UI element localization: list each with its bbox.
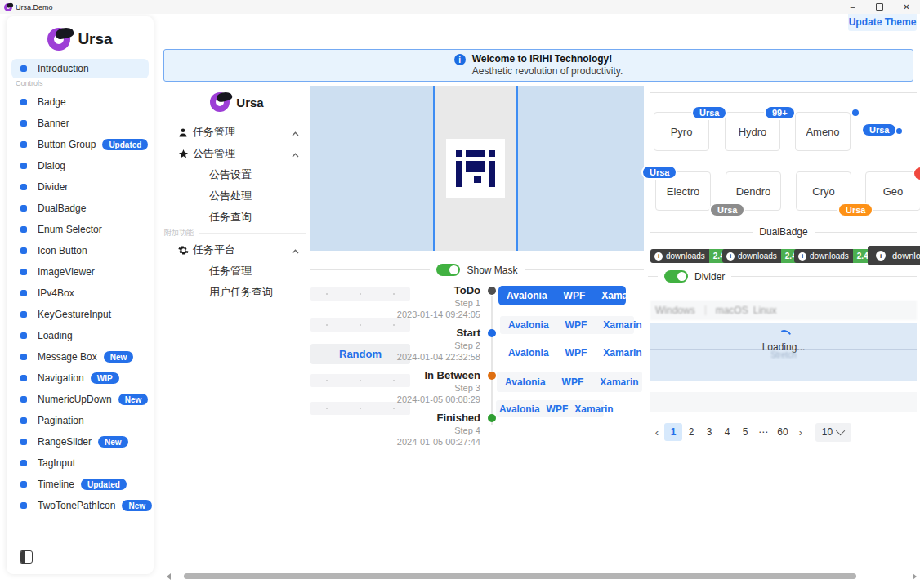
sidebar-item-label: Pagination <box>38 415 84 426</box>
group-button[interactable]: Xamarin <box>593 290 648 301</box>
group-button[interactable]: Avalonia <box>500 347 557 359</box>
menu-separator: 附加功能 <box>164 228 306 238</box>
page-button[interactable]: 3 <box>700 423 718 441</box>
status-badge: WIP <box>91 372 119 384</box>
show-mask-toggle[interactable] <box>436 264 460 276</box>
next-page-icon[interactable]: › <box>793 426 808 439</box>
bullet-icon <box>20 226 27 233</box>
sidebar-item[interactable]: Badge <box>11 91 152 113</box>
app-window: { "window": {"title": "Ursa.Demo", "mini… <box>0 0 920 588</box>
horizontal-scrollbar[interactable] <box>160 571 920 581</box>
minimize-button[interactable]: – <box>839 0 866 14</box>
sidebar-item[interactable]: KeyGestureInput <box>11 304 152 325</box>
menu-logo: Ursa <box>163 92 310 112</box>
menu-group-task-mgmt[interactable]: 任务管理 <box>163 122 310 143</box>
page-size-dropdown[interactable]: 10 <box>815 423 851 442</box>
titlebar: Ursa.Demo – ✕ <box>0 0 920 14</box>
dualbadge: idownloads 2.4k <box>794 249 877 263</box>
sidebar-item[interactable]: DualBadge <box>11 198 152 219</box>
page-button[interactable]: 1 <box>664 423 682 441</box>
page-button[interactable]: 2 <box>682 423 700 441</box>
sidebar-item-label: Dialog <box>38 160 65 172</box>
bullet-icon <box>20 141 27 148</box>
maximize-button[interactable] <box>866 0 893 14</box>
sidebar-item[interactable]: Icon Button <box>11 240 152 261</box>
chevron-down-icon <box>836 426 845 435</box>
sidebar-item[interactable]: IPv4Box <box>11 283 152 304</box>
image-viewer[interactable] <box>310 86 644 251</box>
menu-group-task-platform[interactable]: 任务平台 <box>163 239 310 261</box>
sidebar-item[interactable]: Button Group Updated <box>11 134 152 155</box>
divider-toggle[interactable] <box>664 270 688 283</box>
group-button[interactable]: Xamarin <box>592 376 646 388</box>
sidebar-item-introduction[interactable]: Introduction <box>11 59 149 78</box>
group-button[interactable]: Avalonia <box>496 403 543 415</box>
chevron-up-icon <box>292 148 299 160</box>
sidebar-item[interactable]: RangeSlider New <box>11 431 152 452</box>
group-button[interactable]: Avalonia <box>500 319 557 331</box>
group-button[interactable]: WPF <box>557 347 596 359</box>
sidebar-item[interactable]: Navigation WIP <box>11 368 152 389</box>
sidebar-item[interactable]: Timeline Updated <box>11 474 152 495</box>
bullet-icon <box>20 184 27 190</box>
sidebar-item-label: Introduction <box>38 63 89 74</box>
bullet-icon <box>20 417 27 424</box>
sidebar-item[interactable]: Banner <box>11 113 152 134</box>
sidebar-item-label: Icon Button <box>38 245 87 256</box>
collapse-sidebar-icon[interactable] <box>20 550 33 564</box>
group-button[interactable]: WPF <box>557 319 596 331</box>
scroll-right-icon[interactable] <box>913 573 917 580</box>
group-button[interactable]: Xamarin <box>595 319 650 331</box>
timeline-item: Finished Step 4 2024-01-05 00:27:44 <box>372 412 496 454</box>
menu-group-announcement-mgmt[interactable]: 公告管理 <box>163 143 310 164</box>
sidebar-item[interactable]: TwoTonePathIcon New <box>11 495 152 516</box>
sidebar-item[interactable]: Divider <box>11 176 152 198</box>
group-button[interactable]: WPF <box>554 376 592 388</box>
info-icon: i <box>654 252 663 261</box>
bullet-icon <box>20 502 27 509</box>
bullet-icon <box>20 269 27 275</box>
button-group-wide: Avalonia WPF Xamarin <box>497 372 642 392</box>
sidebar-item[interactable]: ImageViewer <box>11 261 152 283</box>
page-button[interactable]: 5 <box>736 423 754 441</box>
sidebar-item[interactable]: Loading <box>11 325 152 346</box>
update-theme-button[interactable]: Update Theme <box>848 12 917 31</box>
sidebar-item[interactable]: NumericUpDown New <box>11 389 152 410</box>
panel-divider <box>650 92 917 93</box>
status-badge: New <box>122 500 152 511</box>
page-button[interactable]: 60 <box>772 423 793 441</box>
badge-card-geo: Geo <box>865 172 920 211</box>
empty-bar <box>650 392 917 412</box>
badge-pill-count: 99+ <box>764 105 796 120</box>
page-button[interactable]: 4 <box>718 423 736 441</box>
group-button[interactable]: Xamarin <box>595 347 650 359</box>
group-button[interactable]: WPF <box>543 403 572 415</box>
sidebar-item[interactable]: Message Box New <box>11 346 152 368</box>
bullet-icon <box>20 65 27 72</box>
prev-page-icon[interactable]: ‹ <box>650 426 664 439</box>
sidebar-item[interactable]: TagInput <box>11 452 152 474</box>
sidebar-item[interactable]: Enum Selector <box>11 219 152 240</box>
group-button[interactable]: WPF <box>556 290 594 301</box>
user-icon <box>173 127 193 138</box>
close-button[interactable]: ✕ <box>893 0 920 14</box>
scroll-left-icon[interactable] <box>167 573 171 580</box>
banner-title: Welcome to IRIHI Technology! <box>472 53 623 65</box>
group-button[interactable]: Avalonia <box>497 376 554 388</box>
sidebar-item-label: Button Group <box>38 139 96 150</box>
sidebar-item-label: Message Box <box>38 351 97 363</box>
bullet-icon <box>20 481 27 488</box>
demo-navigation-menu: Ursa 任务管理 公告管理 公告设置 公告处理 任务查询 附加功能 任务平台 … <box>163 86 310 574</box>
sidebar-item[interactable]: Dialog <box>11 155 152 176</box>
restore-icon <box>876 3 883 11</box>
ellipsis-icon: ⋯ <box>754 423 772 441</box>
scrollbar-thumb[interactable] <box>184 573 856 579</box>
sidebar-nav: Badge Banner Button Group Updated Dialog <box>11 91 152 516</box>
group-button[interactable]: Xamarin <box>571 403 616 415</box>
loading-panel: Loading... Stretch <box>650 323 917 381</box>
badge-dot-blue <box>852 109 859 116</box>
sidebar-item[interactable]: Pagination <box>11 410 152 431</box>
info-icon: i <box>876 251 886 261</box>
divider-label: Divider <box>694 271 725 283</box>
group-button[interactable]: Avalonia <box>498 290 556 301</box>
